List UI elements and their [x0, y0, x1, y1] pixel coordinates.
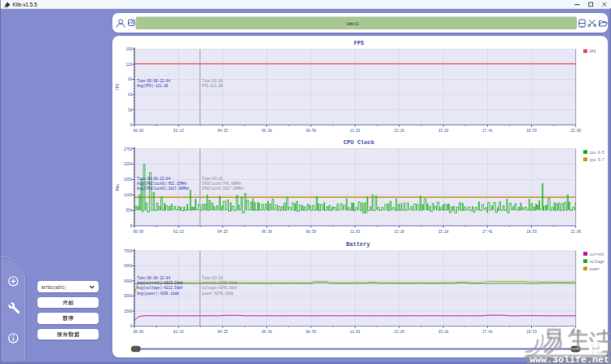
svg-text:1100: 1100	[124, 193, 132, 198]
svg-text:60: 60	[128, 93, 132, 98]
svg-text:power:4278.16mW: power:4278.16mW	[201, 291, 233, 296]
svg-text:17:41: 17:41	[482, 230, 493, 235]
svg-text:FPS: FPS	[354, 40, 364, 46]
svg-text:Battery: Battery	[345, 241, 370, 248]
svg-text:13:16: 13:16	[393, 330, 404, 335]
svg-text:550: 550	[125, 208, 132, 213]
svg-text:0: 0	[130, 224, 132, 229]
svg-text:08:50: 08:50	[306, 230, 316, 235]
svg-text:Avg(CPUClock6):1017.00MHz: Avg(CPUClock6):1017.00MHz	[137, 186, 189, 191]
svg-text:150: 150	[125, 47, 132, 52]
svg-text:cpu 0-5: cpu 0-5	[589, 151, 604, 156]
svg-text:08:50: 08:50	[306, 330, 316, 335]
svg-text:1500: 1500	[124, 309, 132, 314]
svg-text:4500: 4500	[124, 279, 132, 284]
svg-text:0: 0	[130, 324, 132, 329]
svg-text:3000: 3000	[124, 294, 132, 299]
svg-text:0: 0	[130, 123, 132, 128]
svg-text:label1: label1	[345, 21, 358, 26]
svg-text:06:38: 06:38	[262, 330, 272, 335]
svg-text:00:00: 00:00	[133, 129, 143, 134]
svg-text:06:38: 06:38	[262, 129, 272, 134]
svg-text:19:53: 19:53	[526, 230, 537, 235]
svg-text:FPS:121.00: FPS:121.00	[201, 83, 222, 89]
svg-text:04:25: 04:25	[218, 330, 228, 335]
svg-text:Avg(power):4290.11mW: Avg(power):4290.11mW	[137, 291, 179, 296]
svg-text:15:28: 15:28	[437, 330, 448, 335]
svg-text:2750: 2750	[124, 147, 132, 152]
svg-text:power: power	[589, 267, 600, 272]
svg-text:2200: 2200	[124, 162, 132, 167]
svg-text:NX799J(WIFI): NX799J(WIFI)	[42, 285, 66, 290]
svg-text:120: 120	[125, 63, 132, 68]
svg-text:cpu 6-7: cpu 6-7	[589, 158, 604, 163]
svg-text:02:13: 02:13	[173, 330, 183, 335]
svg-text:30: 30	[128, 108, 132, 113]
svg-text:15:28: 15:28	[437, 129, 448, 134]
svg-text:7500: 7500	[124, 249, 132, 254]
svg-text:11:03: 11:03	[349, 230, 360, 235]
svg-text:13:16: 13:16	[393, 230, 404, 235]
svg-text:04:25: 04:25	[218, 129, 228, 134]
svg-text:15:28: 15:28	[437, 230, 448, 235]
svg-text:CPU Clock: CPU Clock	[343, 139, 374, 146]
svg-text:22:06: 22:06	[570, 230, 581, 235]
svg-text:02:13: 02:13	[173, 230, 183, 235]
svg-text:22:06: 22:06	[570, 129, 581, 134]
svg-text:13:16: 13:16	[393, 129, 404, 134]
svg-text:17:41: 17:41	[482, 129, 493, 134]
svg-text:11:03: 11:03	[349, 330, 360, 335]
svg-text:current: current	[589, 252, 604, 257]
svg-text:CPUClock6:1017.00MHz: CPUClock6:1017.00MHz	[201, 186, 243, 191]
svg-text:90: 90	[128, 77, 132, 82]
svg-text:08:50: 08:50	[306, 129, 316, 134]
svg-text:FPS: FPS	[589, 50, 596, 55]
svg-text:MHz: MHz	[116, 184, 121, 191]
svg-text:00:00: 00:00	[133, 330, 143, 335]
svg-text:19:53: 19:53	[526, 129, 537, 134]
svg-text:www.3olife.net: www.3olife.net	[530, 356, 609, 364]
svg-text:11:03: 11:03	[349, 129, 360, 134]
svg-text:voltage: voltage	[589, 260, 604, 265]
svg-text:6000: 6000	[124, 264, 132, 269]
svg-text:1650: 1650	[124, 178, 132, 182]
svg-text:06:38: 06:38	[262, 230, 272, 235]
svg-text:Avg(FPS):121.00: Avg(FPS):121.00	[137, 83, 168, 89]
svg-text:00:00: 00:00	[133, 230, 143, 235]
svg-text:04:25: 04:25	[218, 230, 228, 235]
svg-text:02:13: 02:13	[173, 129, 183, 134]
svg-text:Kite-v1.5.5: Kite-v1.5.5	[13, 2, 38, 7]
svg-text:FPS: FPS	[116, 84, 121, 90]
